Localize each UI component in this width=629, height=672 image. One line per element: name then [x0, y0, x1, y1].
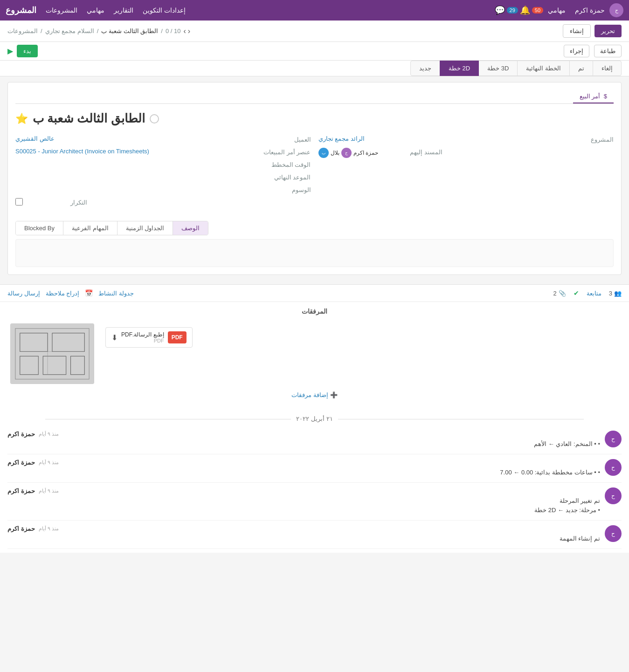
recur-checkbox[interactable]: [15, 198, 23, 206]
message-item: ح منذ ٩ أيام حمزة اكرم تم تغيير المرحلة …: [7, 483, 622, 521]
right-actions: بدء ▶: [7, 45, 38, 57]
nav-config[interactable]: إعدادات التكوين: [143, 7, 186, 14]
star-icon[interactable]: ⭐: [15, 113, 28, 125]
pdf-name: إطبع الرسالة.PDF: [121, 331, 164, 338]
message-body-2: منذ ٩ أيام حمزة اكرم • ساعات مخططة بدائي…: [7, 459, 600, 478]
create-button[interactable]: إنشاء: [563, 24, 591, 38]
assignee1-name[interactable]: بلال: [331, 150, 339, 156]
tab-sales-order[interactable]: $ أمر البيع: [573, 90, 614, 103]
breadcrumb-sep2: /: [97, 27, 99, 34]
status-circle[interactable]: [150, 114, 159, 123]
message-content-2: • ساعات مخططة بدائية: 0.00 ← 7.00: [7, 468, 600, 478]
start-icon: ▶: [7, 47, 13, 55]
breadcrumb-project[interactable]: السلام مجمع تجاري: [45, 27, 94, 34]
form-section-right: المشروع الرائد مجمع تجاري المسند إليهم ح…: [318, 135, 614, 206]
sales-order-icon: $: [604, 93, 607, 100]
tab-description[interactable]: الوصف: [173, 221, 208, 235]
start-button[interactable]: بدء: [17, 45, 38, 57]
attachments-title: المرفقات: [7, 308, 622, 315]
add-attachment-label: إضافة مرفقات: [291, 391, 328, 398]
action-button[interactable]: إجراء: [564, 45, 589, 57]
print-button[interactable]: طباعة: [594, 45, 622, 57]
project-value[interactable]: الرائد مجمع تجاري: [318, 135, 550, 142]
stage-tab-3d[interactable]: 3D خطة: [478, 61, 518, 76]
task-title-row: الطابق الثالث شعبة ب ⭐: [15, 111, 614, 126]
stage-tab-done[interactable]: تم: [569, 61, 593, 76]
assignee1-avatar[interactable]: ب: [318, 148, 329, 158]
breadcrumb-task[interactable]: الطابق الثالث شعبة ب: [101, 27, 158, 34]
form-section-left: العميل عالص القشيري عنصر أمر المبيعات S0…: [15, 135, 311, 206]
plus-icon: ➕: [330, 391, 338, 398]
breadcrumb-sep3: /: [41, 27, 42, 34]
edit-button[interactable]: تحرير: [594, 25, 622, 37]
next-button[interactable]: ›: [184, 27, 186, 35]
stage-tab-new[interactable]: جديد: [410, 61, 440, 76]
following-check-icon: ✔: [574, 289, 579, 297]
field-deadline: الموعد النهائي: [15, 173, 311, 181]
message-content-1: • المنخم: العادي ← الأهم: [7, 439, 600, 449]
badge-blue: 29: [507, 7, 518, 14]
nav-reports[interactable]: التقارير: [114, 7, 133, 14]
attachments-section: المرفقات PDF إطبع الرسالة.PDF PDF ⬇: [0, 302, 629, 404]
user-area[interactable]: ح حمزة اكرم مهامي 50 🔔 29 💬: [495, 3, 623, 17]
message-item: ح منذ ٩ أيام حمزة اكرم تم إنشاء المهمة: [7, 521, 622, 549]
tab-timesheets[interactable]: الجداول الزمنية: [117, 221, 173, 235]
stage-tab-final[interactable]: الخطة النهائية: [517, 61, 570, 76]
field-assignee: المسند إليهم حمزة اكرم ح بلال ب: [318, 148, 614, 158]
nav-projects[interactable]: المشروعات: [46, 7, 77, 14]
pdf-attachment[interactable]: PDF إطبع الرسالة.PDF PDF ⬇: [105, 327, 193, 348]
followers-icon: 👥: [614, 290, 622, 297]
attachments-count: 2: [553, 290, 557, 297]
nav-arrows[interactable]: ‹ ›: [184, 27, 191, 35]
sales-element-label: عنصر أمر المبيعات: [250, 148, 311, 156]
field-client: العميل عالص القشيري: [15, 135, 311, 143]
action-bar: طباعة إجراء بدء ▶: [0, 42, 629, 61]
field-sales-element: عنصر أمر المبيعات S00025 - Junior Archit…: [15, 148, 311, 156]
activity-button[interactable]: جدولة النشاط: [98, 290, 134, 297]
message-time-3: منذ ٩ أيام: [39, 488, 59, 494]
date-divider: ٢١ أبريل ٢٠٢٢: [7, 415, 622, 422]
task-card: $ أمر البيع الطابق الثالث شعبة ب ⭐ المشر…: [7, 82, 622, 275]
blueprint-image: [10, 323, 94, 384]
client-value[interactable]: عالص القشيري: [15, 135, 247, 142]
app-title: المشروع: [6, 5, 36, 15]
sales-element-value[interactable]: S00025 - Junior Architect (Invoice on Ti…: [15, 148, 247, 155]
breadcrumb-home[interactable]: المشروعات: [7, 27, 38, 34]
left-actions: طباعة إجراء: [564, 45, 622, 57]
message-time-4: منذ ٩ أيام: [39, 526, 59, 532]
nav-item-easy[interactable]: مهامي: [548, 7, 566, 14]
send-message-button[interactable]: إرسال رسالة: [7, 290, 40, 297]
breadcrumb-sep1: /: [161, 27, 163, 34]
assignee2-avatar[interactable]: ح: [341, 148, 352, 158]
tab-sales-order-label: أمر البيع: [580, 93, 601, 100]
prev-button[interactable]: ‹: [188, 27, 190, 35]
assignee2-name[interactable]: حمزة اكرم: [353, 150, 378, 156]
message-header-4: منذ ٩ أيام حمزة اكرم: [7, 525, 600, 532]
download-icon[interactable]: ⬇: [111, 333, 118, 342]
nav-right: إعدادات التكوين التقارير مهامي المشروعات…: [6, 5, 186, 15]
assignee-label: المسند إليهم: [382, 148, 442, 156]
following-link[interactable]: متابعة: [587, 290, 601, 297]
chatter-right: جدولة النشاط 📅 إدراج ملاحظة إرسال رسالة: [7, 289, 134, 297]
message-time-2: منذ ٩ أيام: [39, 459, 59, 466]
notification-area[interactable]: 50 🔔 29 💬: [495, 5, 544, 15]
stage-tab-cancel[interactable]: إلغاء: [593, 61, 622, 76]
attachments-info: 📎 2: [553, 290, 566, 297]
message-avatar-1: ح: [605, 431, 622, 447]
tab-subtasks[interactable]: المهام الفرعية: [63, 221, 117, 235]
stage-tab-2d[interactable]: 2D خطة: [440, 61, 479, 76]
nav-my-tasks[interactable]: مهامي: [87, 7, 104, 14]
calendar-icon: 📅: [85, 289, 93, 297]
tags-label: الوسوم: [250, 185, 311, 193]
bottom-tabs: الوصف الجداول الزمنية المهام الفرعية Blo…: [15, 221, 208, 235]
add-note-button[interactable]: إدراج ملاحظة: [46, 290, 80, 297]
description-area[interactable]: [15, 239, 614, 267]
add-attachment-link[interactable]: ➕ إضافة مرفقات: [7, 391, 622, 398]
message-time-1: منذ ٩ أيام: [39, 431, 59, 437]
message-item: ح منذ ٩ أيام حمزة اكرم • ساعات مخططة بدا…: [7, 454, 622, 483]
field-tags: الوسوم: [15, 185, 311, 193]
attachment-blueprint[interactable]: [10, 323, 94, 384]
date-divider-text: ٢١ أبريل ٢٠٢٢: [296, 415, 332, 422]
attachment-icon: 📎: [559, 290, 566, 297]
tab-blocked-by[interactable]: Blocked By: [16, 221, 63, 235]
